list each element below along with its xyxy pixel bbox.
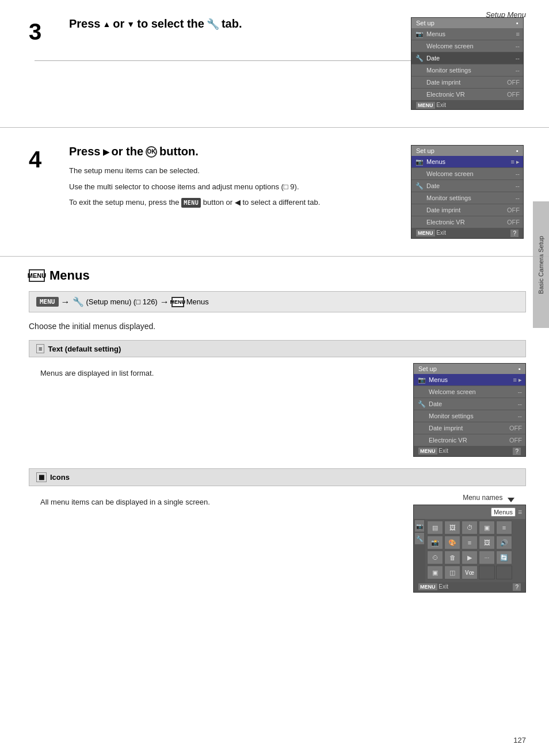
step-3-screen: Set up ▪ 📷 Menus ≡ Welcome screen -- [411,17,524,110]
step-4-row-welcome: Welcome screen -- [411,168,523,180]
icon-cell-2-2: 🎨 [444,536,460,549]
step-4-welcome-value: -- [516,170,520,177]
step-4-monitor-icon [415,193,424,203]
icons-screen-inner: 📷 🔧 ▤ 🖼 ⏱ ▣ [414,519,525,582]
td-menus-label: Menus [429,376,513,383]
td-welcome-value: -- [518,388,522,395]
td-welcome-icon [417,387,426,396]
icon-cell-4-1: ▣ [427,566,443,579]
td-menus-value: ≡ ▸ [513,376,522,384]
step-3-evr-label: Electronic VR [426,91,507,98]
step-3-dateimprint-label: Date imprint [426,79,507,86]
step-4-press: Press [69,145,101,158]
step-3-welcome-label: Welcome screen [426,43,516,49]
step-3-up-arrow: ▲ [103,20,111,29]
text-default-subsection: ≡ Text (default setting) Menus are displ… [29,340,526,457]
step-4-body2: Use the multi selector to choose items a… [69,181,394,193]
step-3-wrench-icon: 🔧 [207,18,219,30]
td-date-value: -- [518,400,522,407]
icon-cell-4-3: Vœ [462,566,478,579]
step-4-evr-icon [415,217,424,227]
step-4-monitor-label: Monitor settings [426,194,516,201]
step-3-screen-title: Set up ▪ [411,18,523,28]
td-footer-right: ? [513,448,521,455]
icon-cell-1-4: ▣ [479,521,495,534]
icons-screen-header: Menus ≡ [414,505,525,519]
step-3-footer: MENU Exit [411,101,523,109]
menus-section: MENU Menus MENU → 🔧 (Setup menu) (□ 126)… [0,257,549,616]
step-4-number: 4 [29,145,52,239]
icons-content: All menu items can be displayed in a sin… [29,492,526,593]
step-4-menus-label: Menus [426,158,511,165]
icons-screen-wrapper: Menu names Menus ≡ 📷 � [413,492,526,593]
step-4-screen: Set up ▪ 📷 Menus ≡ ▸ Welcome screen -- [411,145,524,239]
step-3-menus-value: ≡ [516,30,520,37]
text-default-screen-icon: ▪ [518,365,521,372]
icon-cell-1-3: ⏱ [462,521,478,534]
text-default-icon: ≡ [36,344,44,353]
step-3-date-label: Date [426,55,516,62]
td-footer: MENU Exit ? [414,446,525,456]
choose-text: Choose the initial menus displayed. [29,322,526,331]
step-4-welcome-label: Welcome screen [426,170,516,177]
icons-screen: Menus ≡ 📷 🔧 [413,505,526,593]
icons-header-list-icon: ≡ [518,508,522,516]
step-4-row-dateimprint: Date imprint OFF [411,204,523,216]
td-footer-text: MENU Exit [418,448,448,455]
step-3-welcome-value: -- [516,43,520,49]
step-3-evr-icon [415,90,424,99]
step-3-number: 3 [29,17,52,110]
step-3-to-select: to select the [137,17,204,30]
step-4-menus-value: ≡ ▸ [511,158,520,166]
icons-footer-right: ? [513,583,521,591]
step-3-or: or [113,17,124,30]
icons-footer-text: MENU Exit [418,583,448,591]
page-number: 127 [513,736,526,744]
nav-bar: MENU → 🔧 (Setup menu) (□ 126) → MENU Men… [29,291,526,312]
step-3-wrench-row-icon: 🔧 [415,54,424,63]
text-default-body: Menus are displayed in list format. [40,363,396,457]
step-3-row-monitor: Monitor settings -- [411,64,523,77]
text-default-screen: Set up ▪ 📷 Menus ≡ ▸ Welcome scre [413,363,526,457]
td-evr-icon [417,436,426,445]
nav-menu-btn: MENU [36,297,59,307]
menus-badge: Menus [491,507,516,517]
icon-row-3: ⏲ 🗑 ▶ ··· 🔄 [427,551,524,564]
menu-names-label: Menu names [463,494,502,502]
td-welcome-label: Welcome screen [429,388,518,395]
text-default-content: Menus are displayed in list format. Set … [29,363,526,457]
tab-wrench: 🔧 [415,533,424,544]
icon-cell-3-1: ⏲ [427,551,443,564]
icons-header-label: Icons [50,473,70,482]
step-4-dateimprint-icon [415,205,424,215]
icon-cell-2-3: ≡ [462,536,478,549]
step-4-body1: The setup menu items can be selected. [69,165,394,177]
nav-wrench: 🔧 [73,296,84,307]
step-3-content: Press ▲ or ▼ to select the 🔧 tab. [69,17,394,110]
step-3-menus-label: Menus [426,30,516,37]
step-4-menu-rows: 📷 Menus ≡ ▸ Welcome screen -- 🔧 Date -- [411,156,523,228]
text-default-screen-title: Set up ▪ [414,364,525,374]
step-4-dateimprint-label: Date imprint [426,207,507,213]
step-3-menu-rows: 📷 Menus ≡ Welcome screen -- 🔧 Date -- [411,28,523,101]
tab-camera: 📷 [415,520,424,532]
step-4-menus-icon: 📷 [415,157,424,166]
td-dateimprint-value: OFF [509,425,522,432]
text-default-menu-rows: 📷 Menus ≡ ▸ Welcome screen -- 🔧 [414,374,525,446]
icon-cell-2-4: 🖼 [479,536,495,549]
step-3-down-arrow: ▼ [127,20,135,29]
step-3-screen-icon: ▪ [516,20,518,26]
text-default-header: ≡ Text (default setting) [29,340,526,357]
step-3-row-camera: 📷 Menus ≡ [411,28,523,40]
callout-line [508,498,514,502]
step-4-date-value: -- [516,182,520,189]
step-3-tab: tab. [222,17,242,30]
menu-btn-step4: MENU [181,198,201,208]
step-4-screen-title: Set up ▪ [411,146,523,156]
step-4-row-date: 🔧 Date -- [411,180,523,192]
icons-header-icon: ▦ [36,472,47,482]
step-4-date-label: Date [426,182,516,189]
step-3-row-wrench: 🔧 Date -- [411,52,523,64]
icon-cell-2-1: 📸 [427,536,443,549]
step-3-row-evr: Electronic VR OFF [411,89,523,101]
